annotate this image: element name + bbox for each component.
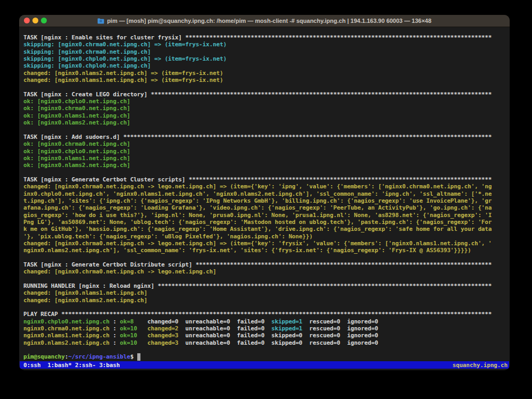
title-bar[interactable]: pim — [mosh] pim@squanchy.ipng.ch: /home… bbox=[19, 15, 510, 27]
terminal-line: k me on GitHub'}, 'hassio.ipng.ch': {'na… bbox=[23, 226, 510, 232]
terminal-line: gios_regexp': 'how do i use this?'}, 'ip… bbox=[23, 212, 510, 219]
terminal-output[interactable]: TASK [nginx : Enable sites for cluster f… bbox=[19, 27, 510, 370]
terminal-line: skipping: [nginx0.chplo0.net.ipng.ch] =>… bbox=[23, 55, 510, 62]
terminal-line: RUNNING HANDLER [nginx : Reload nginx] *… bbox=[23, 282, 510, 289]
terminal-line: TASK [nginx : Add sudoers.d] ***********… bbox=[23, 134, 510, 140]
tmux-hostname: squanchy.ipng.ch bbox=[452, 362, 508, 369]
folder-icon bbox=[97, 18, 104, 24]
terminal-line: ok: [nginx0.nlams2.net.ipng.ch] bbox=[23, 162, 510, 169]
terminal-line: ok: [nginx0.chrma0.net.ipng.ch] bbox=[23, 140, 510, 147]
terminal-line: ok: [nginx0.nlams1.net.ipng.ch] bbox=[23, 112, 510, 119]
terminal-line: TASK [nginx : Create LEGO directory] ***… bbox=[23, 91, 510, 98]
terminal-window: pim — [mosh] pim@squanchy.ipng.ch: /home… bbox=[19, 15, 510, 370]
terminal-line: TASK [nginx : Generate Certbot Distribut… bbox=[23, 261, 510, 268]
terminal-line: nginx0.nlams1.net.ipng.ch : ok=10 change… bbox=[23, 332, 510, 339]
terminal-line bbox=[23, 84, 510, 90]
terminal-line: TASK [nginx : Enable sites for cluster f… bbox=[23, 34, 510, 41]
terminal-line: skipping: [nginx0.chrma0.net.ipng.ch] bbox=[23, 48, 510, 55]
terminal-line: changed: [nginx0.chrma0.net.ipng.ch -> l… bbox=[23, 268, 510, 275]
terminal-line: nginx0.nlams2.net.ipng.ch'], 'ssl_common… bbox=[23, 247, 510, 254]
terminal-line bbox=[23, 276, 510, 282]
terminal-line: changed: [nginx0.nlams2.net.ipng.ch] => … bbox=[23, 70, 510, 77]
terminal-line: ok: [nginx0.nlams2.net.ipng.ch] bbox=[23, 119, 510, 126]
cursor bbox=[137, 353, 140, 360]
terminal-line bbox=[23, 254, 510, 261]
tmux-window-list[interactable]: 0:ssh 1:bash* 2:ssh- 3:bash bbox=[23, 362, 120, 369]
terminal-line: skipping: [nginx0.chplo0.net.ipng.ch] bbox=[23, 62, 510, 69]
terminal-line: nginx0.chrma0.net.ipng.ch : ok=10 change… bbox=[23, 325, 510, 332]
terminal-line bbox=[23, 126, 510, 133]
terminal-line: skipping: [nginx0.chrma0.net.ipng.ch] =>… bbox=[23, 41, 510, 48]
terminal-line: changed: [nginx0.chrma0.net.ipng.ch -> l… bbox=[23, 240, 510, 247]
terminal-line bbox=[23, 346, 510, 353]
terminal-line: changed: [nginx0.nlams2.net.ipng.ch] bbox=[23, 297, 510, 304]
terminal-line: changed: [nginx0.nlams1.net.ipng.ch] => … bbox=[23, 77, 510, 84]
terminal-line bbox=[23, 169, 510, 176]
terminal-line: PLAY RECAP *****************************… bbox=[23, 311, 510, 318]
terminal-line: ok: [nginx0.chrma0.net.ipng.ch] bbox=[23, 105, 510, 112]
terminal-line: inx0.chplo0.net.ipng.ch', 'nginx0.nlams1… bbox=[23, 190, 510, 197]
minimize-button[interactable] bbox=[32, 18, 38, 23]
window-title: pim — [mosh] pim@squanchy.ipng.ch: /home… bbox=[107, 18, 431, 24]
terminal-line: '}, 'pix.ublog.tech': {'nagios_regexp': … bbox=[23, 233, 510, 240]
terminal-line: nginx0.nlams2.net.ipng.ch : ok=10 change… bbox=[23, 339, 510, 346]
terminal-line: ok: [nginx0.nlams1.net.ipng.ch] bbox=[23, 155, 510, 162]
close-button[interactable] bbox=[24, 18, 30, 23]
terminal-line: afana.ipng.ch': {'nagios_regexp': 'Loadi… bbox=[23, 204, 510, 211]
terminal-line: changed: [nginx0.nlams1.net.ipng.ch] bbox=[23, 289, 510, 296]
zoom-button[interactable] bbox=[41, 18, 47, 23]
terminal-line bbox=[23, 304, 510, 311]
terminal-line: ok: [nginx0.chplo0.net.ipng.ch] bbox=[23, 148, 510, 155]
terminal-line: TASK [nginx : Generate Certbot Cluster s… bbox=[23, 176, 510, 183]
terminal-line: t.ipng.ch'], 'sites': {'ipng.ch': {'nagi… bbox=[23, 197, 510, 204]
terminal-line: ok: [nginx0.chplo0.net.ipng.ch] bbox=[23, 98, 510, 105]
tmux-status-bar: 0:ssh 1:bash* 2:ssh- 3:bash squanchy.ipn… bbox=[20, 361, 509, 369]
terminal-line: pim@squanchy:~/src/ipng-ansible$ bbox=[23, 353, 510, 360]
terminal-line: Png LG'}, 'as50869.net': None, 'ublog.te… bbox=[23, 219, 510, 226]
terminal-line: changed: [nginx0.chrma0.net.ipng.ch -> l… bbox=[23, 183, 510, 190]
terminal-line: nginx0.chplo0.net.ipng.ch : ok=8 changed… bbox=[23, 318, 510, 325]
